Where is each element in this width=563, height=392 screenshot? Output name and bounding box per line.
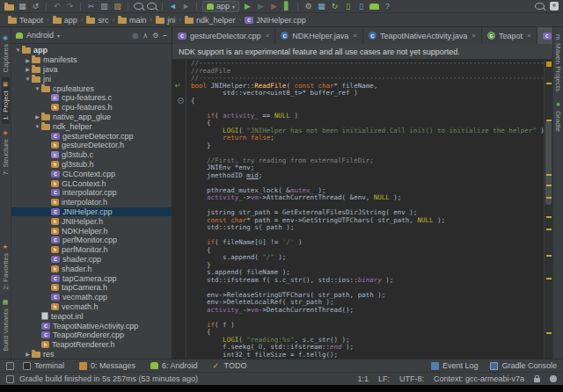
tree-item[interactable]: htapCamera.h (11, 283, 172, 293)
tree-expand-icon[interactable]: ▼ (33, 86, 41, 91)
warning-stripe-mark[interactable] (546, 229, 552, 230)
debug-icon[interactable]: ▶ (256, 2, 266, 11)
tree-item[interactable]: hJNIHelper.h (11, 216, 172, 226)
breadcrumb-item[interactable]: jni (154, 16, 177, 25)
warning-stripe-mark[interactable] (546, 174, 552, 176)
open-icon[interactable] (4, 4, 14, 11)
tree-item[interactable]: teapot.inl (11, 311, 172, 321)
tree-item[interactable]: hcpu-features.h (11, 103, 172, 113)
sdk-manager-icon[interactable]: ▯ (343, 2, 353, 11)
tool-strip-button[interactable]: Build Variants▦ (2, 295, 10, 355)
undo-icon[interactable]: ↶ (52, 2, 62, 11)
tab-close-icon[interactable]: × (266, 32, 270, 40)
editor-scrollbar[interactable] (545, 121, 552, 205)
tree-item[interactable]: hNDKHelper.h (11, 226, 172, 236)
sync-icon[interactable]: ↺ (31, 2, 40, 11)
save-icon[interactable]: ▦ (18, 2, 27, 11)
user-avatar[interactable] (550, 2, 559, 11)
tree-expand-icon[interactable]: ▶ (33, 113, 41, 120)
cut-icon[interactable]: ✂ (86, 2, 96, 11)
find-icon[interactable] (134, 3, 143, 10)
breadcrumb-item[interactable]: src (84, 16, 110, 25)
avd-manager-icon[interactable]: ▯ (356, 2, 366, 11)
editor-tab[interactable]: CgestureDetector.cpp× (172, 27, 275, 44)
replace-icon[interactable] (147, 3, 157, 10)
tree-item[interactable]: ▶manifests (11, 55, 172, 65)
fold-region-icon[interactable]: − (178, 98, 184, 104)
status-toggle-icon[interactable] (6, 375, 14, 383)
project-structure-icon[interactable]: ▦ (317, 2, 326, 11)
breadcrumb-item[interactable]: main (116, 16, 149, 25)
tree-expand-icon[interactable]: ▶ (24, 351, 32, 357)
warning-stripe-mark[interactable] (546, 332, 552, 334)
warning-stripe-mark[interactable] (546, 120, 552, 121)
tool-strip-button[interactable]: 2: Favorites★ (2, 240, 10, 294)
forward-icon[interactable]: ► (181, 2, 191, 11)
tree-item[interactable]: ccpu-features.c (11, 93, 172, 103)
warning-stripe-mark[interactable] (546, 197, 552, 199)
warning-stripe-mark[interactable] (546, 83, 552, 84)
encoding-selector[interactable]: UTF-8: (399, 374, 424, 383)
breadcrumb-item[interactable]: Teapot (6, 16, 45, 25)
editor-tab[interactable]: CNDKHelper.java× (275, 27, 363, 44)
tree-item[interactable]: ▼cpufeatures (11, 83, 172, 93)
locate-icon[interactable]: ◎ (132, 32, 138, 40)
tab-close-icon[interactable]: × (527, 32, 531, 40)
settings-icon[interactable]: ⚙ (152, 32, 158, 40)
tree-item[interactable]: ▼ndk_helper (11, 121, 172, 131)
warning-stripe-mark[interactable] (546, 255, 552, 257)
tree-item[interactable]: ▶java (11, 65, 172, 75)
tree-item[interactable]: CgestureDetector.cpp (11, 131, 172, 141)
lock-icon[interactable] (534, 378, 540, 382)
attach-debugger-icon[interactable]: ▋ (282, 2, 292, 11)
settings-wrench-icon[interactable]: ⚙ (303, 2, 313, 11)
tool-strip-button[interactable]: Captures◉ (2, 31, 10, 76)
tree-item[interactable]: ▼app (11, 46, 172, 55)
tab-close-icon[interactable]: × (472, 32, 476, 40)
tree-item[interactable]: CperfMonitor.cpp (11, 236, 172, 245)
tree-item[interactable]: cgl3stub.c (11, 150, 172, 160)
tree-expand-icon[interactable]: ▼ (14, 47, 22, 53)
tool-window-button-todo[interactable]: TODO (213, 361, 247, 370)
tree-item[interactable]: Cvecmath.cpp (11, 293, 172, 302)
tool-window-button-gradle-console[interactable]: Gradle Console (490, 361, 557, 370)
tree-item[interactable]: Cinterpolator.cpp (11, 188, 172, 198)
gradle-sync-icon[interactable]: ↻ (330, 2, 340, 11)
tool-strip-button[interactable]: ●Gradle (554, 97, 562, 135)
caret-position[interactable]: 1:1 (357, 374, 369, 383)
tree-expand-icon[interactable]: ▶ (24, 57, 32, 63)
build-context[interactable]: Context: gcc-armeabi-v7a (434, 374, 524, 383)
paste-icon[interactable]: ▧ (113, 2, 122, 11)
tree-item[interactable]: hTeapotRenderer.h (11, 340, 172, 350)
tree-expand-icon[interactable]: ▼ (33, 124, 41, 129)
tree-item[interactable]: CTeapotNativeActivity.cpp (11, 321, 172, 330)
copy-icon[interactable]: ▥ (99, 2, 109, 11)
breadcrumb-item[interactable]: CJNIHelper.cpp (243, 16, 308, 25)
search-everywhere-icon[interactable] (535, 3, 545, 10)
breadcrumb-item[interactable]: app (51, 16, 79, 25)
inspection-profile-icon[interactable] (550, 375, 557, 382)
tree-item[interactable]: CGLContext.cpp (11, 169, 172, 178)
tree-item[interactable]: hgestureDetector.h (11, 141, 172, 150)
tree-item[interactable]: hGLContext.h (11, 178, 172, 188)
tool-strip-button[interactable]: mMaven Projects (554, 31, 562, 95)
code-editor[interactable]: //--------------------------------------… (186, 60, 544, 359)
tree-item[interactable]: CtapCamera.cpp (11, 273, 172, 283)
tree-item[interactable]: hgl3stub.h (11, 160, 172, 170)
tool-window-button-terminal[interactable]: Terminal (23, 361, 64, 370)
editor-tab[interactable]: GTeapot× (482, 27, 537, 44)
warning-stripe-mark[interactable] (546, 185, 552, 186)
tree-item[interactable]: hperfMonitor.h (11, 245, 172, 255)
run-config-chip[interactable]: app▾ (202, 1, 239, 12)
tree-expand-icon[interactable]: ▼ (24, 76, 32, 82)
tree-item[interactable]: ▶res (11, 350, 172, 359)
tree-expand-icon[interactable]: ▶ (24, 66, 32, 72)
warning-stripe-mark[interactable] (546, 216, 552, 218)
tree-item[interactable]: hinterpolator.h (11, 198, 172, 207)
line-separator-selector[interactable]: LF: (378, 374, 390, 383)
project-view-selector[interactable]: Android (26, 31, 54, 40)
breadcrumb-item[interactable]: ndk_helper (183, 16, 238, 25)
back-icon[interactable]: ◄ (168, 2, 178, 11)
warning-stripe-mark[interactable] (546, 278, 552, 279)
run-icon[interactable]: ▶ (243, 2, 252, 11)
